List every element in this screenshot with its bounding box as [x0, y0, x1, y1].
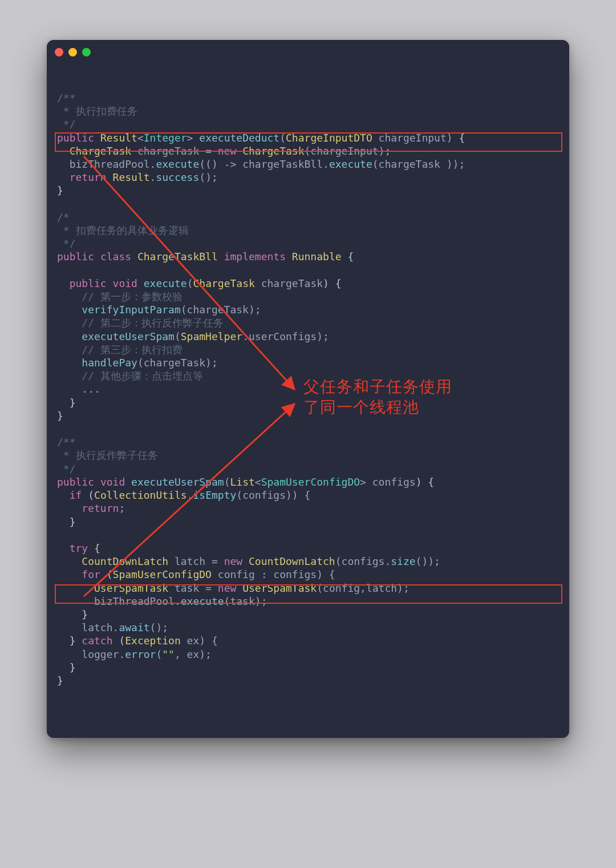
- code-block: /** * 执行扣费任务 */ public Result<Integer> e…: [57, 91, 465, 687]
- minimize-icon[interactable]: [68, 48, 77, 56]
- canvas: /** * 执行扣费任务 */ public Result<Integer> e…: [0, 0, 616, 868]
- maximize-icon[interactable]: [82, 48, 91, 56]
- window-traffic-lights: [55, 48, 91, 56]
- code-window: /** * 执行扣费任务 */ public Result<Integer> e…: [47, 40, 569, 738]
- close-icon[interactable]: [55, 48, 63, 56]
